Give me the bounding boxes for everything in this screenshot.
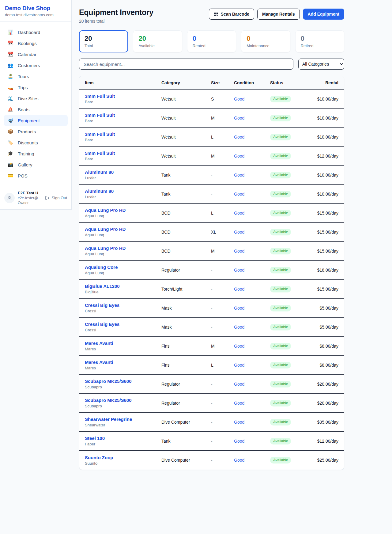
item-brand: Bare [85, 119, 161, 123]
condition-link[interactable]: Good [234, 401, 270, 406]
item-name-link[interactable]: Mares Avanti [85, 341, 161, 346]
condition-link[interactable]: Good [234, 268, 270, 273]
condition-link[interactable]: Good [234, 97, 270, 101]
item-brand: Aqua Lung [85, 271, 161, 275]
condition-link[interactable]: Good [234, 192, 270, 196]
item-name-link[interactable]: Aqua Lung Pro HD [85, 227, 161, 232]
rental-cell: $35.00/day [316, 420, 338, 425]
sidebar-item-label: Boats [18, 107, 29, 112]
condition-link[interactable]: Good [234, 211, 270, 216]
stat-card-total[interactable]: 20 Total [79, 30, 128, 52]
status-cell: Available [270, 210, 316, 216]
item-name-link[interactable]: Scubapro MK25/S600 [85, 379, 161, 384]
item-brand: BigBlue [85, 290, 161, 294]
status-cell: Available [270, 172, 316, 178]
item-brand: Mares [85, 366, 161, 370]
manage-rentals-button[interactable]: Manage Rentals [257, 9, 300, 20]
bookings-icon: 📅 [7, 40, 13, 46]
size-cell: - [211, 439, 234, 444]
table-row: Aqualung Core Aqua Lung Regulator - Good… [79, 261, 344, 280]
item-cell: Suunto Zoop Suunto [85, 455, 161, 466]
item-name-link[interactable]: Aluminum 80 [85, 170, 161, 175]
sidebar-item-label: Gallery [18, 162, 32, 167]
sidebar-item-label: Tours [18, 74, 29, 79]
sidebar-item-tours[interactable]: 🏝️ Tours [4, 71, 68, 82]
size-cell: M [211, 249, 234, 254]
item-name-link[interactable]: Aqua Lung Pro HD [85, 208, 161, 213]
condition-link[interactable]: Good [234, 116, 270, 120]
sidebar-item-dashboard[interactable]: 📊 Dashboard [4, 27, 68, 38]
item-brand: Aqua Lung [85, 214, 161, 218]
stat-card-available[interactable]: 20 Available [133, 30, 182, 52]
condition-link[interactable]: Good [234, 420, 270, 425]
sidebar-item-boats[interactable]: ⛵ Boats [4, 104, 68, 115]
sidebar-item-pos[interactable]: 💳 POS [4, 170, 68, 181]
sidebar-item-bookings[interactable]: 📅 Bookings [4, 38, 68, 49]
size-cell: M [211, 154, 234, 158]
condition-link[interactable]: Good [234, 363, 270, 368]
condition-link[interactable]: Good [234, 382, 270, 387]
stat-card-maintenance[interactable]: 0 Maintenance [241, 30, 290, 52]
item-name-link[interactable]: BigBlue AL1200 [85, 284, 161, 289]
table-row: Scubapro MK25/S600 Scubapro Regulator - … [79, 375, 344, 394]
condition-link[interactable]: Good [234, 154, 270, 158]
condition-link[interactable]: Good [234, 458, 270, 463]
condition-link[interactable]: Good [234, 287, 270, 292]
sign-out-button[interactable]: Sign Out [45, 196, 67, 200]
item-name-link[interactable]: Steel 100 [85, 436, 161, 441]
condition-link[interactable]: Good [234, 230, 270, 235]
item-name-link[interactable]: 5mm Full Suit [85, 151, 161, 156]
item-name-link[interactable]: 3mm Full Suit [85, 93, 161, 99]
item-name-link[interactable]: Aqua Lung Pro HD [85, 246, 161, 251]
item-cell: 3mm Full Suit Bare [85, 132, 161, 142]
sidebar-item-customers[interactable]: 👥 Customers [4, 60, 68, 71]
item-name-link[interactable]: Suunto Zoop [85, 455, 161, 460]
sidebar-item-products[interactable]: 📦 Products [4, 126, 68, 137]
sidebar-item-trips[interactable]: 🚤 Trips [4, 82, 68, 93]
condition-link[interactable]: Good [234, 439, 270, 444]
person-icon [7, 195, 12, 201]
search-input[interactable] [79, 59, 293, 70]
item-name-link[interactable]: 3mm Full Suit [85, 132, 161, 137]
status-badge: Available [270, 210, 291, 216]
item-name-link[interactable]: Aluminum 80 [85, 189, 161, 194]
page-title-block: Equipment Inventory 20 items total [79, 8, 153, 24]
item-brand: Bare [85, 100, 161, 104]
scan-barcode-button[interactable]: Scan Barcode [209, 9, 254, 20]
manage-rentals-label: Manage Rentals [262, 12, 295, 17]
sidebar-item-gallery[interactable]: 📸 Gallery [4, 159, 68, 170]
condition-link[interactable]: Good [234, 249, 270, 254]
user-email: e2e-tester@... [18, 196, 42, 200]
condition-link[interactable]: Good [234, 173, 270, 177]
size-cell: M [211, 116, 234, 120]
item-name-link[interactable]: Aqualung Core [85, 265, 161, 270]
item-name-link[interactable]: 3mm Full Suit [85, 113, 161, 118]
rental-cell: $8.00/day [316, 344, 338, 349]
stat-card-retired[interactable]: 0 Retired [295, 30, 344, 52]
condition-link[interactable]: Good [234, 135, 270, 139]
sidebar-item-training[interactable]: 🎓 Training [4, 148, 68, 159]
item-cell: 5mm Full Suit Bare [85, 151, 161, 161]
item-name-link[interactable]: Mares Avanti [85, 360, 161, 365]
rental-cell: $10.00/day [316, 192, 338, 196]
category-select[interactable]: All Categories [298, 59, 344, 70]
sidebar-item-dive-sites[interactable]: 🌊 Dive Sites [4, 93, 68, 104]
stat-value: 0 [193, 35, 231, 43]
sidebar-item-calendar[interactable]: 📆 Calendar [4, 49, 68, 60]
sidebar-item-equipment[interactable]: 🤿 Equipment [4, 115, 68, 126]
user-name: E2E Test U... [18, 191, 42, 195]
condition-link[interactable]: Good [234, 306, 270, 311]
add-equipment-button[interactable]: Add Equipment [303, 9, 344, 20]
sidebar-item-discounts[interactable]: 🏷️ Discounts [4, 137, 68, 148]
condition-link[interactable]: Good [234, 344, 270, 349]
item-name-link[interactable]: Shearwater Peregrine [85, 417, 161, 422]
status-cell: Available [270, 381, 316, 387]
item-name-link[interactable]: Cressi Big Eyes [85, 322, 161, 327]
stat-card-rented[interactable]: 0 Rented [187, 30, 236, 52]
category-cell: BCD [161, 230, 211, 235]
table-row: Scubapro MK25/S600 Scubapro Regulator - … [79, 394, 344, 413]
training-icon: 🎓 [7, 151, 13, 156]
item-name-link[interactable]: Scubapro MK25/S600 [85, 398, 161, 403]
item-name-link[interactable]: Cressi Big Eyes [85, 303, 161, 308]
condition-link[interactable]: Good [234, 325, 270, 330]
